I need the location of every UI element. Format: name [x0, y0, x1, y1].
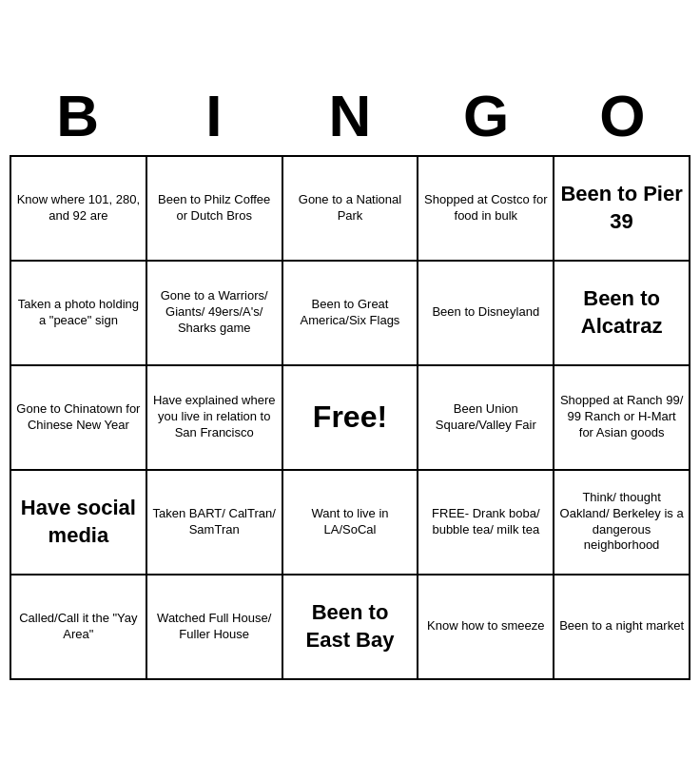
bingo-cell-17[interactable]: Want to live in LA/SoCal — [283, 471, 419, 576]
bingo-cell-15[interactable]: Have social media — [11, 471, 147, 576]
bingo-grid: Know where 101, 280, and 92 areBeen to P… — [10, 155, 690, 680]
bingo-cell-22[interactable]: Been to East Bay — [283, 576, 419, 680]
bingo-cell-9[interactable]: Been to Alcatraz — [554, 262, 690, 366]
title-o: O — [560, 82, 684, 149]
bingo-cell-12[interactable]: Free! — [283, 366, 419, 471]
bingo-card: B I N G O Know where 101, 280, and 92 ar… — [0, 72, 700, 690]
bingo-cell-20[interactable]: Called/Call it the "Yay Area" — [11, 576, 147, 680]
bingo-cell-18[interactable]: FREE- Drank boba/ bubble tea/ milk tea — [418, 471, 554, 576]
bingo-cell-16[interactable]: Taken BART/ CalTran/ SamTran — [147, 471, 283, 576]
bingo-cell-4[interactable]: Been to Pier 39 — [554, 157, 690, 262]
bingo-cell-13[interactable]: Been Union Square/Valley Fair — [418, 366, 554, 471]
bingo-cell-14[interactable]: Shopped at Ranch 99/ 99 Ranch or H-Mart … — [554, 366, 690, 471]
title-n: N — [288, 82, 412, 149]
title-i: I — [152, 82, 276, 149]
title-g: G — [424, 82, 548, 149]
bingo-cell-10[interactable]: Gone to Chinatown for Chinese New Year — [11, 366, 147, 471]
bingo-cell-0[interactable]: Know where 101, 280, and 92 are — [11, 157, 147, 262]
bingo-cell-21[interactable]: Watched Full House/ Fuller House — [147, 576, 283, 680]
bingo-cell-8[interactable]: Been to Disneyland — [418, 262, 554, 366]
bingo-cell-7[interactable]: Been to Great America/Six Flags — [283, 262, 419, 366]
bingo-cell-11[interactable]: Have explained where you live in relatio… — [147, 366, 283, 471]
bingo-cell-3[interactable]: Shopped at Costco for food in bulk — [418, 157, 554, 262]
title-b: B — [16, 82, 140, 149]
bingo-cell-19[interactable]: Think/ thought Oakland/ Berkeley is a da… — [554, 471, 690, 576]
bingo-cell-23[interactable]: Know how to smeeze — [418, 576, 554, 680]
bingo-cell-2[interactable]: Gone to a National Park — [283, 157, 419, 262]
bingo-cell-6[interactable]: Gone to a Warriors/ Giants/ 49ers/A's/ S… — [147, 262, 283, 366]
bingo-cell-5[interactable]: Taken a photo holding a "peace" sign — [11, 262, 147, 366]
bingo-cell-24[interactable]: Been to a night market — [554, 576, 690, 680]
bingo-title: B I N G O — [10, 82, 690, 149]
bingo-cell-1[interactable]: Been to Philz Coffee or Dutch Bros — [147, 157, 283, 262]
